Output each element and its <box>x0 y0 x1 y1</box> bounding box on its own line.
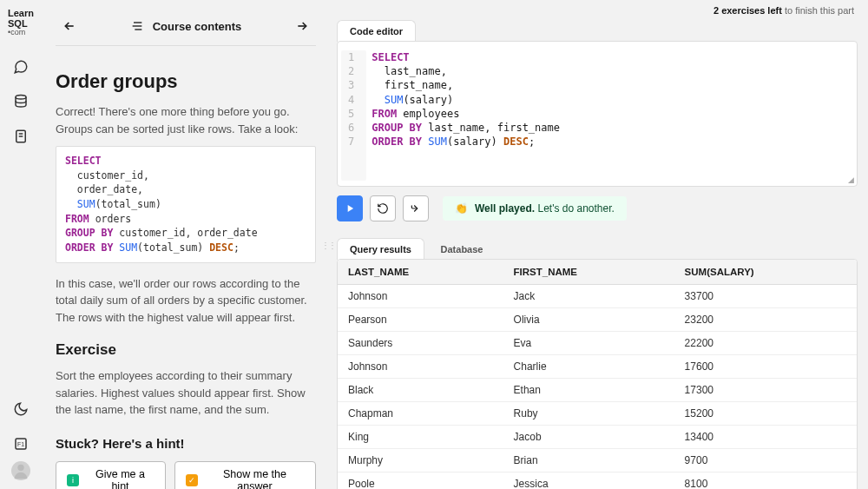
table-cell: Eva <box>503 332 674 355</box>
theme-icon[interactable] <box>10 399 31 420</box>
tab-code-editor[interactable]: Code editor <box>337 20 416 42</box>
table-cell: Jacob <box>503 426 674 449</box>
info-icon: i <box>67 474 79 486</box>
results-panel: LAST_NAMEFIRST_NAMESUM(SALARY) JohnsonJa… <box>337 259 858 489</box>
logo[interactable]: Learn SQL •com <box>8 5 34 50</box>
code-content[interactable]: SELECT last_name, first_name, SUM(salary… <box>366 50 560 181</box>
svg-point-6 <box>17 465 23 471</box>
table-row: PearsonOlivia23200 <box>338 308 857 332</box>
hint-button-label: Give me a hint <box>86 468 155 489</box>
exercise-text: Sort the employees according to their su… <box>56 367 316 419</box>
table-cell: 17300 <box>674 379 857 402</box>
table-cell: Jack <box>503 285 674 308</box>
table-cell: Ruby <box>503 402 674 426</box>
answer-button-label: Show me the answer <box>205 468 305 489</box>
tab-database[interactable]: Database <box>428 238 496 260</box>
table-cell: Murphy <box>338 449 503 472</box>
table-row: KingJacob13400 <box>338 426 857 449</box>
table-row: JohnsonJack33700 <box>338 285 857 308</box>
svg-text:F1: F1 <box>17 441 24 447</box>
table-cell: 23200 <box>674 308 857 332</box>
table-cell: King <box>338 426 503 449</box>
table-row: BlackEthan17300 <box>338 379 857 402</box>
course-contents-link[interactable]: Course contents <box>130 19 242 33</box>
exercises-left-label: 2 exercises left to finish this part <box>713 5 854 16</box>
code-editor[interactable]: 1234567 SELECT last_name, first_name, SU… <box>337 41 858 187</box>
nav-prev-icon[interactable] <box>62 19 76 33</box>
table-row: JohnsonCharlie17600 <box>338 355 857 379</box>
table-cell: Poole <box>338 472 503 490</box>
hint-heading: Stuck? Here's a hint! <box>56 436 316 451</box>
svg-point-0 <box>16 95 26 99</box>
table-cell: Black <box>338 379 503 402</box>
column-header: SUM(SALARY) <box>674 260 857 285</box>
reset-icon <box>377 202 389 215</box>
line-gutter: 1234567 <box>341 50 366 181</box>
table-row: ChapmanRuby15200 <box>338 402 857 426</box>
table-cell: Jessica <box>503 472 674 490</box>
chat-icon[interactable] <box>10 56 31 77</box>
table-cell: Johnson <box>338 285 503 308</box>
table-row: SaundersEva22200 <box>338 332 857 355</box>
notes-icon[interactable] <box>10 126 31 147</box>
exercise-heading: Exercise <box>56 341 316 359</box>
lesson-panel: Course contents Order groups Correct! Th… <box>42 0 330 489</box>
hint-button[interactable]: i Give me a hint <box>56 461 166 489</box>
database-icon[interactable] <box>10 91 31 112</box>
nav-next-icon[interactable] <box>295 19 309 33</box>
table-cell: 8100 <box>674 472 857 490</box>
keyboard-icon[interactable]: F1 <box>10 433 31 454</box>
table-cell: Saunders <box>338 332 503 355</box>
table-row: PooleJessica8100 <box>338 472 857 490</box>
answer-button[interactable]: ✓ Show me the answer <box>174 461 316 489</box>
table-row: MurphyBrian9700 <box>338 449 857 472</box>
table-cell: Ethan <box>503 379 674 402</box>
lesson-paragraph: Correct! There's one more thing before y… <box>56 103 316 137</box>
table-cell: 13400 <box>674 426 857 449</box>
example-sql: SELECT customer_id, order_date, SUM(tota… <box>56 146 316 263</box>
results-table: LAST_NAMEFIRST_NAMESUM(SALARY) JohnsonJa… <box>338 260 857 489</box>
share-button[interactable] <box>403 195 429 221</box>
list-icon <box>130 19 144 33</box>
table-cell: Olivia <box>503 308 674 332</box>
left-rail: Learn SQL •com F1 <box>0 0 42 489</box>
table-cell: Charlie <box>503 355 674 379</box>
play-icon <box>344 202 356 215</box>
lesson-paragraph: In this case, we'll order our rows accor… <box>56 275 316 327</box>
lesson-nav: Course contents <box>56 3 316 46</box>
clap-icon: 👏 <box>455 202 468 215</box>
page-title: Order groups <box>56 70 316 93</box>
table-cell: 17600 <box>674 355 857 379</box>
feedback-banner: 👏 Well played. Let's do another. <box>443 196 627 221</box>
run-button[interactable] <box>337 195 363 221</box>
course-contents-label: Course contents <box>153 20 242 33</box>
table-cell: Johnson <box>338 355 503 379</box>
table-cell: Pearson <box>338 308 503 332</box>
logo-line: Learn <box>8 9 34 19</box>
column-header: FIRST_NAME <box>503 260 674 285</box>
table-cell: Brian <box>503 449 674 472</box>
tab-query-results[interactable]: Query results <box>337 238 424 260</box>
share-icon <box>410 202 422 215</box>
check-icon: ✓ <box>186 474 198 486</box>
column-header: LAST_NAME <box>338 260 503 285</box>
table-cell: 15200 <box>674 402 857 426</box>
table-cell: 9700 <box>674 449 857 472</box>
table-cell: Chapman <box>338 402 503 426</box>
work-area: 2 exercises left to finish this part Cod… <box>330 0 868 489</box>
avatar[interactable] <box>11 461 30 480</box>
logo-line: •com <box>8 29 34 36</box>
table-cell: 33700 <box>674 285 857 308</box>
reset-button[interactable] <box>370 195 396 221</box>
table-cell: 22200 <box>674 332 857 355</box>
